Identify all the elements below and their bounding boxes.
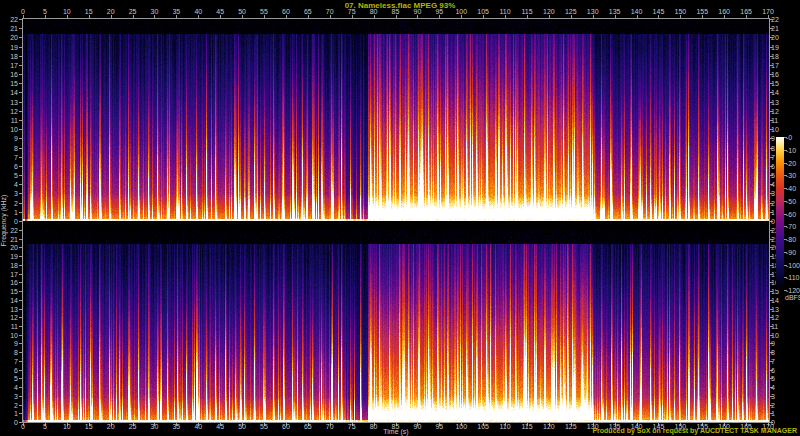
tick-label: 60 <box>282 8 290 15</box>
tick-label: 1 <box>14 208 18 215</box>
tick-mark <box>658 15 659 18</box>
tick-label: 16 <box>10 71 18 78</box>
tick-label: 13 <box>10 98 18 105</box>
tick-label: 6 <box>14 162 18 169</box>
tick-label: 105 <box>477 8 489 15</box>
tick-mark <box>19 352 22 353</box>
tick-mark <box>198 15 199 18</box>
tick-label: -30 <box>786 172 796 179</box>
tick-label: 0 <box>14 218 18 225</box>
tick-label: 0 <box>14 419 18 426</box>
tick-mark <box>19 291 22 292</box>
tick-mark <box>23 15 24 18</box>
tick-mark <box>19 65 22 66</box>
tick-label: 22 <box>10 227 18 234</box>
tick-mark <box>19 265 22 266</box>
tick-mark <box>637 15 638 18</box>
tick-mark <box>111 15 112 18</box>
tick-label: 4 <box>771 181 775 188</box>
tick-label: 65 <box>304 8 312 15</box>
tick-label: 5 <box>771 172 775 179</box>
tick-label: 25 <box>129 8 137 15</box>
tick-mark <box>19 56 22 57</box>
tick-label: 0 <box>21 8 25 15</box>
tick-mark <box>19 92 22 93</box>
tick-label: 4 <box>771 384 775 391</box>
tick-mark <box>19 175 22 176</box>
tick-mark <box>19 148 22 149</box>
tick-label: 20 <box>107 8 115 15</box>
tick-label: 3 <box>14 392 18 399</box>
tick-label: -110 <box>786 274 800 281</box>
tick-label: 18 <box>771 52 779 59</box>
tick-label: 11 <box>771 323 778 330</box>
tick-label: 10 <box>63 8 71 15</box>
tick-label: 12 <box>10 107 18 114</box>
tick-label: 9 <box>771 340 775 347</box>
tick-label: 170 <box>762 8 774 15</box>
tick-label: 7 <box>14 357 18 364</box>
tick-label: 165 <box>740 8 752 15</box>
tick-label: 5 <box>14 375 18 382</box>
tick-label: 40 <box>194 8 202 15</box>
frequency-axis-label: Frequency (kHz) <box>0 161 7 281</box>
tick-label: 135 <box>609 8 621 15</box>
tick-mark <box>439 15 440 18</box>
tick-label: 70 <box>326 8 334 15</box>
tick-mark <box>308 15 309 18</box>
tick-label: 10 <box>771 331 779 338</box>
tick-label: 7 <box>14 153 18 160</box>
tick-mark <box>19 396 22 397</box>
tick-mark <box>680 15 681 18</box>
tick-label: 17 <box>10 270 18 277</box>
tick-mark <box>571 15 572 18</box>
tick-mark <box>19 230 22 231</box>
tick-label: 30 <box>151 8 159 15</box>
tick-label: -60 <box>786 210 796 217</box>
tick-label: 8 <box>14 349 18 356</box>
tick-mark <box>242 15 243 18</box>
tick-label: 13 <box>10 305 18 312</box>
tick-label: 150 <box>675 8 687 15</box>
tick-label: 17 <box>771 61 779 68</box>
tick-label: -70 <box>786 223 796 230</box>
tick-label: 14 <box>10 89 18 96</box>
tick-label: 5 <box>43 8 47 15</box>
tick-label: 55 <box>260 8 268 15</box>
tick-label: 14 <box>10 296 18 303</box>
tick-mark <box>396 15 397 18</box>
dbfs-colorbar <box>776 137 784 290</box>
tick-mark <box>593 15 594 18</box>
tick-mark <box>19 74 22 75</box>
tick-label: 5 <box>14 172 18 179</box>
tick-mark <box>19 422 22 423</box>
tick-mark <box>505 15 506 18</box>
tick-mark <box>19 256 22 257</box>
tick-label: 160 <box>718 8 730 15</box>
tick-mark <box>19 221 22 222</box>
tick-mark <box>19 405 22 406</box>
tick-mark <box>19 413 22 414</box>
tick-mark <box>19 203 22 204</box>
tick-label: -20 <box>786 159 796 166</box>
tick-mark <box>19 343 22 344</box>
tick-label: -50 <box>786 197 796 204</box>
tick-label: 3 <box>771 190 775 197</box>
tick-label: 6 <box>14 366 18 373</box>
tick-label: 19 <box>10 43 18 50</box>
tick-mark <box>19 309 22 310</box>
tick-label: 12 <box>10 314 18 321</box>
spectrogram-channel-2 <box>23 230 769 422</box>
tick-label: 90 <box>414 8 422 15</box>
tick-mark <box>19 326 22 327</box>
tick-label: 100 <box>455 8 467 15</box>
tick-mark <box>19 300 22 301</box>
tick-mark <box>19 19 22 20</box>
tick-label: 15 <box>85 8 93 15</box>
tick-label: 2 <box>14 199 18 206</box>
tick-mark <box>417 15 418 18</box>
tick-label: 15 <box>10 80 18 87</box>
tick-label: 115 <box>521 8 532 15</box>
top-axis-line <box>22 18 770 19</box>
tick-label: 5 <box>771 375 775 382</box>
